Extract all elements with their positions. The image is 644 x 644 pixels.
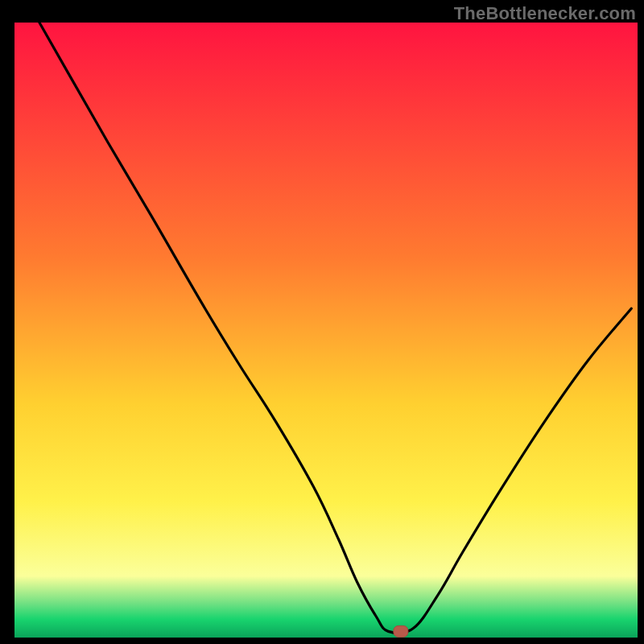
optimal-point-marker	[394, 625, 408, 637]
plot-background	[14, 23, 638, 638]
chart-frame: { "watermark": "TheBottlenecker.com", "c…	[0, 0, 644, 644]
bottleneck-chart	[0, 0, 644, 644]
watermark-text: TheBottlenecker.com	[454, 3, 636, 24]
